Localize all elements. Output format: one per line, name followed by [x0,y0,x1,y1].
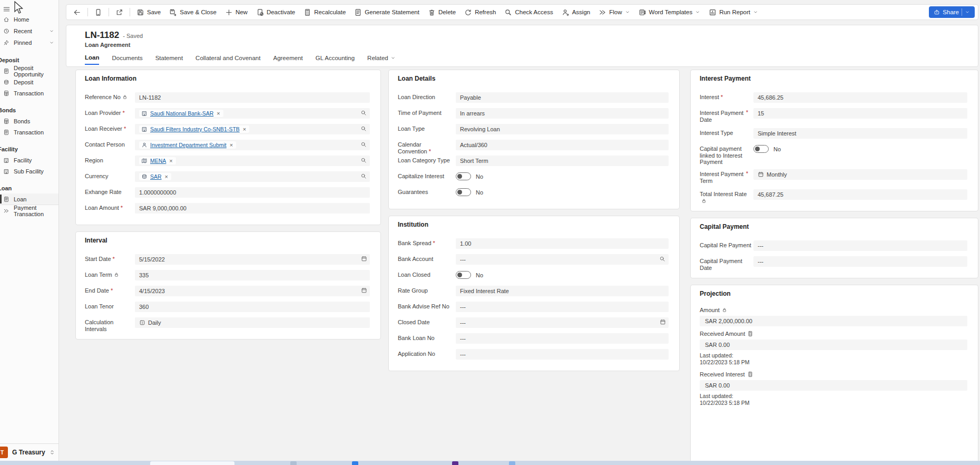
lookup-link[interactable]: Saudi National Bank-SAR [150,110,213,117]
interest-input[interactable]: 45,686.25 [753,92,967,103]
back-button[interactable] [70,7,85,18]
bank-advise-ref-no-input[interactable]: --- [456,302,669,312]
loan-term-input[interactable]: 335 [135,270,370,280]
sidebar-item-recent[interactable]: Recent [0,25,58,37]
sidebar-item-bonds[interactable]: Bonds [0,115,58,127]
chevron-down-icon[interactable] [49,40,54,45]
tab-agreement[interactable]: Agreement [273,54,302,65]
remove-value-icon[interactable]: × [217,110,220,117]
remove-value-icon[interactable]: × [165,173,168,180]
search-icon[interactable] [360,110,367,116]
loan-type-select[interactable]: Revolving Loan [456,124,669,134]
generate-statement-button[interactable]: Generate Statement [350,7,423,18]
calendar-icon[interactable] [660,319,666,325]
sidebar-item-payment-transaction[interactable]: Payment Transaction [0,205,58,216]
tab-loan[interactable]: Loan [85,54,99,65]
loan-category-type-select[interactable]: Short Term [456,156,669,166]
received-interest-input[interactable]: SAR 0.00 [700,380,967,391]
lookup-link[interactable]: Saudi Filters Industry Co-SNB1-STB [150,126,240,132]
popout-button[interactable] [112,7,127,18]
loan-amount-input[interactable]: SAR 9,000,000.00 [135,203,370,214]
reference-no-input[interactable]: LN-1182 [135,92,370,103]
assign-button[interactable]: Assign [558,7,594,18]
new-button[interactable]: New [221,7,251,18]
start-date-input[interactable]: 5/15/2022 [135,254,370,265]
loan-tenor-input[interactable]: 360 [135,302,370,312]
end-date-input[interactable]: 4/15/2023 [135,286,370,296]
taskbar-app-icon[interactable] [352,461,358,465]
remove-value-icon[interactable]: × [169,158,172,164]
taskbar-app-icon[interactable] [452,461,458,465]
taskbar-search-box[interactable] [150,461,234,465]
total-interest-rate-input[interactable]: 45,687.25 [753,189,967,200]
sidebar-item-bonds-transaction[interactable]: Transaction [0,127,58,138]
tab-documents[interactable]: Documents [112,54,142,65]
sidebar-item-home[interactable]: Home [0,14,58,25]
form-selector-button[interactable] [91,7,106,18]
tab-statement[interactable]: Statement [155,54,183,65]
received-amount-input[interactable]: SAR 0.00 [700,340,967,350]
tab-gl-accounting[interactable]: GL Accounting [316,54,355,65]
lookup-link[interactable]: MENA [150,158,166,164]
chevron-down-icon[interactable] [49,28,54,34]
guarantees-toggle[interactable] [456,188,471,196]
tab-related[interactable]: Related [367,54,396,65]
sidebar-item-loan[interactable]: Loan [0,193,58,205]
run-report-button[interactable]: Run Report [705,7,762,18]
contact-person-lookup[interactable]: Investment Department Submit × [135,140,370,150]
bank-account-lookup[interactable]: --- [456,254,669,265]
deactivate-button[interactable]: Deactivate [252,7,299,18]
bank-loan-no-input[interactable]: --- [456,333,669,344]
closed-date-input[interactable]: --- [456,317,669,328]
sidebar-item-deposit[interactable]: Deposit [0,76,58,88]
calendar-icon[interactable] [361,287,367,294]
remove-value-icon[interactable]: × [230,142,233,148]
word-templates-button[interactable]: Word Templates [635,7,704,18]
tab-collateral-and-covenant[interactable]: Collateral and Covenant [195,54,260,65]
recalculate-button[interactable]: Recalculate [300,7,349,18]
remove-value-icon[interactable]: × [243,126,246,132]
sidebar-item-sub-facility[interactable]: Sub Facility [0,166,58,177]
capitalize-interest-toggle[interactable] [456,172,471,180]
interest-type-select[interactable]: Simple Interest [753,128,967,139]
search-icon[interactable] [360,125,367,132]
interest-payment-term-select[interactable]: Monthly [753,169,967,180]
taskbar-app-icon[interactable] [509,461,515,465]
taskbar-app-icon[interactable] [290,461,297,465]
region-lookup[interactable]: MENA × [135,156,370,166]
search-icon[interactable] [360,173,367,179]
search-icon[interactable] [659,256,665,262]
flow-button[interactable]: Flow [595,7,633,18]
check-access-button[interactable]: Check Access [501,7,556,18]
sidebar-item-facility[interactable]: Facility [0,154,58,166]
refresh-button[interactable]: Refresh [460,7,499,18]
area-switcher[interactable]: T G Treasury [0,443,58,461]
save-button[interactable]: Save [133,7,164,18]
search-icon[interactable] [360,157,367,163]
capital-re-payment-input[interactable]: --- [753,240,967,251]
projection-amount-input[interactable]: SAR 2,000,000.00 [700,316,967,326]
bank-spread-input[interactable]: 1.00 [456,238,669,249]
chevron-down-icon[interactable] [965,9,970,15]
loan-closed-toggle[interactable] [456,271,471,279]
sidebar-item-pinned[interactable]: Pinned [0,37,58,49]
search-icon[interactable] [360,141,367,148]
time-of-payment-select[interactable]: In arrears [456,108,669,119]
calendar-icon[interactable] [361,256,367,262]
loan-receiver-lookup[interactable]: Saudi Filters Industry Co-SNB1-STB × [135,124,370,134]
loan-direction-select[interactable]: Payable [456,92,669,103]
rate-group-select[interactable]: Fixed Interest Rate [456,286,669,296]
delete-button[interactable]: Delete [424,7,459,18]
interest-payment-date-input[interactable]: 15 [753,108,967,119]
save-and-close-button[interactable]: Save & Close [165,7,220,18]
currency-lookup[interactable]: SAR × [135,171,370,182]
calculation-intervals-select[interactable]: Daily [135,317,370,328]
sidebar-item-deposit-transaction[interactable]: Transaction [0,88,58,99]
exhange-rate-input[interactable]: 1.0000000000 [135,187,370,198]
loan-provider-lookup[interactable]: Saudi National Bank-SAR × [135,108,370,119]
calendar-convention-select[interactable]: Actual/360 [456,140,669,150]
share-button[interactable]: Share [929,6,975,18]
lookup-link[interactable]: Investment Department Submit [150,142,227,148]
capital-payment-date-input[interactable]: --- [753,256,967,267]
sidebar-item-deposit-opportunity[interactable]: Deposit Opportunity [0,65,58,76]
